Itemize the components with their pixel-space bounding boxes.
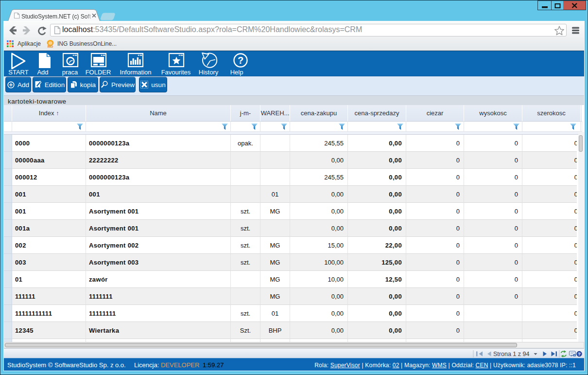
svg-text:?: ? — [238, 55, 243, 66]
svg-text:ING: ING — [48, 45, 53, 48]
svg-text:?: ? — [578, 351, 581, 357]
